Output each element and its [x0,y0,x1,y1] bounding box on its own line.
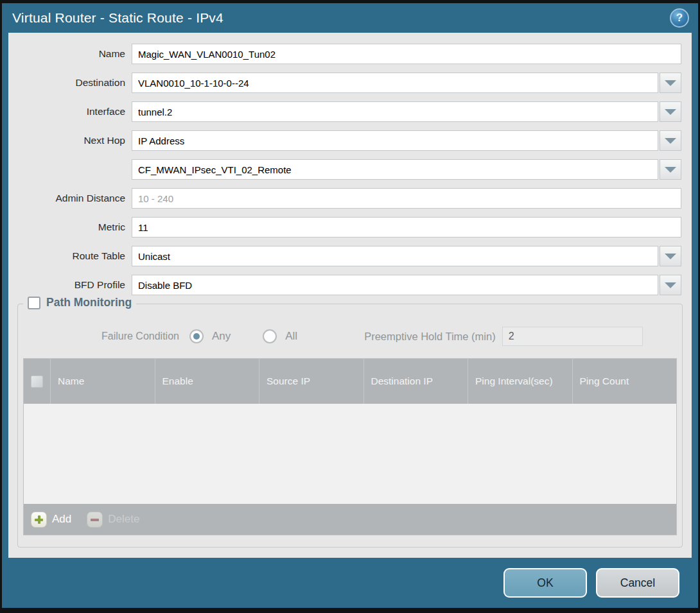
destination-row: Destination [8,73,681,93]
bfd-profile-dropdown-button[interactable] [660,275,681,295]
chevron-down-icon [665,80,676,86]
minus-icon [87,512,103,528]
chevron-down-icon [665,109,676,115]
admin-distance-label: Admin Distance [8,193,132,204]
ok-button[interactable]: OK [503,568,587,598]
add-button[interactable]: Add [31,512,71,528]
failure-condition-all-option: All [263,329,297,343]
interface-label: Interface [8,106,132,117]
bfd-profile-input[interactable] [132,275,658,295]
dialog-title: Virtual Router - Static Route - IPv4 [12,10,223,26]
column-header-source-ip[interactable]: Source IP [259,359,364,404]
name-label: Name [8,48,132,60]
destination-input[interactable] [132,73,658,93]
table-body-empty [24,404,676,504]
metric-row: Metric [8,217,681,237]
chevron-down-icon [665,282,676,288]
next-hop-row: Next Hop [8,130,681,151]
metric-input[interactable] [132,217,681,237]
next-hop-label: Next Hop [8,135,132,146]
help-icon[interactable]: ? [670,8,689,28]
column-header-ping-interval[interactable]: Ping Interval(sec) [468,359,573,404]
path-monitoring-legend: Path Monitoring [23,296,136,309]
interface-input[interactable] [132,101,658,122]
name-row: Name [8,44,681,64]
bfd-profile-label: BFD Profile [8,279,132,291]
radio-all[interactable] [263,329,277,343]
plus-icon [31,512,47,528]
destination-label: Destination [8,77,132,89]
metric-label: Metric [8,221,132,233]
interface-dropdown-button[interactable] [660,101,681,122]
delete-button-label: Delete [108,513,139,526]
next-hop-type-input[interactable] [132,130,658,151]
table-header-row: Name Enable Source IP Destination IP Pin… [24,359,676,404]
destination-dropdown-button[interactable] [660,73,681,93]
delete-button: Delete [87,512,139,528]
path-monitoring-checkbox[interactable] [28,297,40,309]
next-hop-address-row [8,159,681,180]
column-header-name[interactable]: Name [51,359,155,404]
admin-distance-input[interactable] [132,188,681,209]
add-button-label: Add [52,513,71,526]
radio-any-label: Any [212,330,231,343]
dialog-footer: OK Cancel [2,558,698,608]
column-header-destination-ip[interactable]: Destination IP [364,359,469,404]
path-monitoring-table: Name Enable Source IP Destination IP Pin… [23,358,677,535]
bfd-profile-row: BFD Profile [8,275,681,295]
preemptive-hold-time-input[interactable] [502,327,643,346]
name-input[interactable] [132,44,681,64]
radio-all-label: All [285,330,297,343]
failure-condition-label: Failure Condition [101,331,179,342]
admin-distance-row: Admin Distance [8,188,681,209]
chevron-down-icon [665,167,676,173]
route-table-dropdown-button[interactable] [660,246,681,266]
route-table-row: Route Table [8,246,681,266]
path-monitoring-title: Path Monitoring [46,296,132,309]
chevron-down-icon [665,254,676,259]
path-monitoring-section: Path Monitoring Failure Condition Any Al… [17,304,683,548]
dialog-body: Name Destination Interface [8,33,692,558]
route-table-label: Route Table [8,250,132,262]
next-hop-dropdown-button[interactable] [660,130,681,151]
preemptive-hold-time-label: Preemptive Hold Time (min) [364,331,495,343]
table-header-checkbox-cell [24,359,51,404]
next-hop-address-dropdown-button[interactable] [660,159,681,180]
dialog-titlebar: Virtual Router - Static Route - IPv4 ? [2,3,698,33]
select-all-checkbox[interactable] [31,376,43,388]
failure-condition-any-option: Any [189,329,231,343]
interface-row: Interface [8,101,681,122]
failure-condition-row: Failure Condition Any All Preemptive Hol… [23,325,677,348]
table-action-bar: Add Delete [24,504,676,535]
radio-any[interactable] [189,329,204,343]
column-header-enable[interactable]: Enable [155,359,260,404]
chevron-down-icon [665,138,676,144]
screen: Virtual Router - Static Route - IPv4 ? N… [0,0,700,613]
static-route-dialog: Virtual Router - Static Route - IPv4 ? N… [2,3,698,608]
column-header-ping-count[interactable]: Ping Count [573,359,677,404]
cancel-button[interactable]: Cancel [596,568,679,598]
next-hop-address-input[interactable] [132,159,658,180]
route-table-input[interactable] [132,246,658,266]
